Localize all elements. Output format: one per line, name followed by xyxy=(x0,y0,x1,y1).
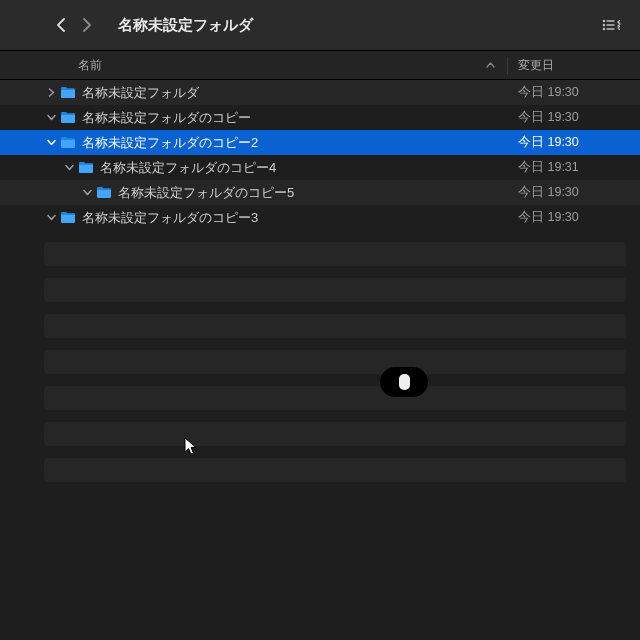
window-title: 名称未設定フォルダ xyxy=(118,16,596,35)
empty-row xyxy=(44,278,626,302)
forward-button[interactable] xyxy=(74,12,100,38)
folder-row[interactable]: 名称未設定フォルダのコピー2今日 19:30 xyxy=(0,130,640,155)
item-date: 今日 19:30 xyxy=(518,134,626,151)
folder-row[interactable]: 名称未設定フォルダのコピー今日 19:30 xyxy=(0,105,640,130)
empty-row xyxy=(44,422,626,446)
svg-point-0 xyxy=(603,20,604,21)
empty-row xyxy=(44,350,626,374)
svg-point-2 xyxy=(603,24,604,25)
folder-row[interactable]: 名称未設定フォルダ今日 19:30 xyxy=(0,80,640,105)
titlebar: 名称未設定フォルダ xyxy=(0,0,640,51)
folder-icon xyxy=(94,186,118,199)
back-button[interactable] xyxy=(48,12,74,38)
disclosure-triangle-icon[interactable] xyxy=(44,113,58,122)
item-name: 名称未設定フォルダのコピー3 xyxy=(82,209,518,227)
folder-icon xyxy=(58,86,82,99)
folder-row[interactable]: 名称未設定フォルダのコピー3今日 19:30 xyxy=(0,205,640,230)
column-header-modified-label: 変更日 xyxy=(518,58,554,72)
item-date: 今日 19:31 xyxy=(518,159,626,176)
item-date: 今日 19:30 xyxy=(518,84,626,101)
folder-row[interactable]: 名称未設定フォルダのコピー4今日 19:31 xyxy=(0,155,640,180)
column-header-name[interactable]: 名前 xyxy=(78,57,507,74)
column-header-name-label: 名前 xyxy=(78,57,102,74)
disclosure-triangle-icon[interactable] xyxy=(44,213,58,222)
item-name: 名称未設定フォルダのコピー2 xyxy=(82,134,518,152)
column-headers: 名前 変更日 xyxy=(0,51,640,80)
disclosure-triangle-icon[interactable] xyxy=(44,138,58,147)
item-date: 今日 19:30 xyxy=(518,109,626,126)
empty-row xyxy=(44,386,626,410)
toolbar-right xyxy=(596,13,626,37)
item-date: 今日 19:30 xyxy=(518,209,626,226)
item-date: 今日 19:30 xyxy=(518,184,626,201)
item-name: 名称未設定フォルダのコピー5 xyxy=(118,184,518,202)
file-list: 名称未設定フォルダ今日 19:30名称未設定フォルダのコピー今日 19:30名称… xyxy=(0,80,640,482)
group-button[interactable] xyxy=(596,13,626,37)
folder-icon xyxy=(58,211,82,224)
svg-point-4 xyxy=(603,28,604,29)
item-name: 名称未設定フォルダのコピー4 xyxy=(100,159,518,177)
disclosure-triangle-icon[interactable] xyxy=(80,188,94,197)
folder-row[interactable]: 名称未設定フォルダのコピー5今日 19:30 xyxy=(0,180,640,205)
empty-row xyxy=(44,314,626,338)
item-name: 名称未設定フォルダ xyxy=(82,84,518,102)
column-header-modified[interactable]: 変更日 xyxy=(507,57,626,74)
folder-icon xyxy=(58,136,82,149)
empty-row xyxy=(44,458,626,482)
item-name: 名称未設定フォルダのコピー xyxy=(82,109,518,127)
folder-icon xyxy=(58,111,82,124)
folder-icon xyxy=(76,161,100,174)
empty-row xyxy=(44,242,626,266)
disclosure-triangle-icon[interactable] xyxy=(62,163,76,172)
disclosure-triangle-icon[interactable] xyxy=(44,88,58,97)
sort-indicator-icon xyxy=(486,62,495,68)
